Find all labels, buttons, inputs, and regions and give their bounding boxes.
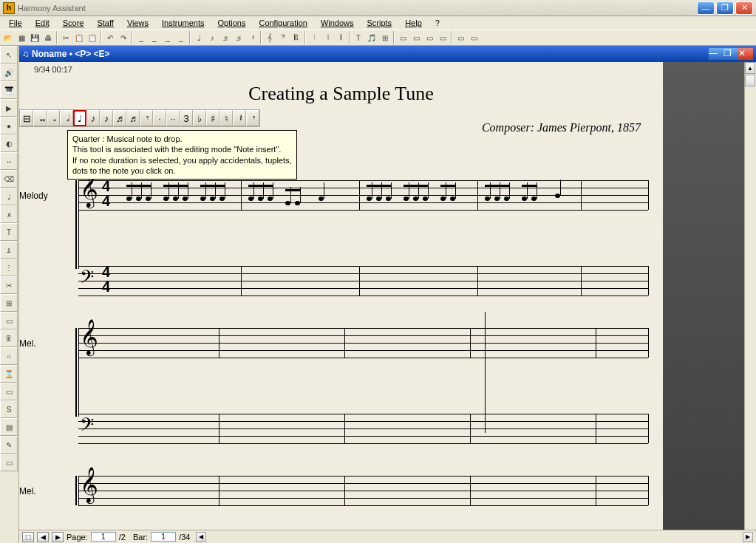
note-value-button-15[interactable]: ♮	[219, 110, 233, 126]
menu-edit[interactable]: Edit	[30, 17, 55, 29]
status-next-page[interactable]: ▶	[52, 532, 64, 542]
toolbar-button-14[interactable]: ⎯	[161, 31, 174, 44]
note-value-button-3[interactable]: 𝅗𝅥	[60, 110, 73, 126]
toolbar-button-32[interactable]: 🎵	[365, 31, 378, 44]
toolbar-button-3[interactable]: 🖶	[41, 31, 55, 44]
toolbar-button-13[interactable]: ⎯	[148, 31, 161, 44]
toolbar-button-27[interactable]: 𝄀	[307, 31, 321, 44]
left-tool-12[interactable]: ⋮	[0, 259, 18, 276]
left-tool-6[interactable]: ↔	[0, 152, 18, 170]
toolbar-button-2[interactable]: 💾	[28, 31, 41, 44]
left-tool-16[interactable]: 🎚	[0, 329, 18, 347]
toolbar-button-18[interactable]: ♪	[205, 31, 219, 44]
note-value-button-4[interactable]: ♩	[73, 110, 86, 126]
toolbar-button-12[interactable]: ⎯	[134, 31, 148, 44]
score-canvas[interactable]: 9/34 00:17 Creating a Sample Tune Compos…	[19, 62, 663, 543]
left-tool-7[interactable]: ⌫	[0, 170, 18, 188]
window-maximize-button[interactable]: ❐	[716, 1, 734, 15]
left-tool-2[interactable]: 🎹	[0, 81, 18, 99]
scroll-right-button[interactable]: ▶	[743, 532, 753, 542]
doc-maximize-button[interactable]: ❐	[723, 48, 738, 60]
note-value-button-2[interactable]: 𝅗	[47, 110, 60, 126]
note-value-button-14[interactable]: ♯	[206, 110, 219, 126]
left-tool-19[interactable]: ▭	[0, 383, 18, 400]
left-tool-10[interactable]: T	[0, 223, 18, 241]
left-tool-18[interactable]: ⌛	[0, 365, 18, 383]
note-value-button-12[interactable]: 3	[180, 110, 193, 126]
left-tool-1[interactable]: 🔊	[0, 64, 18, 81]
toolbar-button-40[interactable]: ▭	[454, 31, 467, 44]
scroll-left-button[interactable]: ◀	[196, 532, 206, 542]
note-value-button-0[interactable]: ⊟	[20, 110, 33, 126]
toolbar-button-15[interactable]: ⎯	[174, 31, 188, 44]
toolbar-button-21[interactable]: 𝄽	[245, 31, 259, 44]
doc-minimize-button[interactable]: —	[709, 48, 723, 60]
left-tool-14[interactable]: ⊞	[0, 294, 18, 312]
note-value-button-5[interactable]: ♪	[86, 110, 100, 126]
toolbar-button-35[interactable]: ▭	[396, 31, 409, 44]
page-input[interactable]	[91, 532, 116, 542]
toolbar-button-36[interactable]: ▭	[409, 31, 423, 44]
toolbar-button-6[interactable]: 📋	[72, 31, 86, 44]
toolbar-button-41[interactable]: ▭	[467, 31, 480, 44]
left-tool-13[interactable]: ✂	[0, 276, 18, 294]
note-value-button-6[interactable]: ♪	[100, 110, 113, 126]
toolbar-button-28[interactable]: 𝄁	[321, 31, 334, 44]
left-tool-23[interactable]: ▭	[0, 454, 18, 471]
left-tool-5[interactable]: ◐	[0, 134, 18, 152]
note-value-button-8[interactable]: ♬	[126, 110, 140, 126]
toolbar-button-9[interactable]: ↶	[103, 31, 117, 44]
note-value-button-9[interactable]: 𝄾	[140, 110, 153, 126]
left-tool-21[interactable]: ▤	[0, 418, 18, 436]
left-tool-11[interactable]: ⫫	[0, 241, 18, 259]
note-value-button-16[interactable]: 𝄽	[233, 110, 246, 126]
toolbar-button-10[interactable]: ↷	[117, 31, 130, 44]
scroll-thumb[interactable]	[745, 75, 755, 86]
left-tool-3[interactable]: ▶	[0, 99, 18, 117]
menu-score[interactable]: Score	[57, 17, 90, 29]
note-value-button-17[interactable]: 𝄾	[246, 110, 259, 126]
toolbar-button-5[interactable]: ✂	[59, 31, 72, 44]
left-tool-17[interactable]: ○	[0, 347, 18, 365]
menu-staff[interactable]: Staff	[91, 17, 119, 29]
status-tool-1[interactable]: ⬚	[22, 532, 34, 542]
toolbar-button-24[interactable]: 𝄢	[276, 31, 290, 44]
note-value-button-13[interactable]: ♭	[193, 110, 206, 126]
left-tool-0[interactable]: ↖	[0, 46, 18, 64]
menu-configuration[interactable]: Configuration	[253, 17, 313, 29]
left-tool-15[interactable]: ▭	[0, 312, 18, 329]
toolbar-button-17[interactable]: ♩	[192, 31, 205, 44]
menu-views[interactable]: Views	[121, 17, 154, 29]
note-value-button-10[interactable]: ·	[153, 110, 166, 126]
menu-options[interactable]: Options	[212, 17, 252, 29]
toolbar-button-29[interactable]: 𝄂	[334, 31, 347, 44]
toolbar-button-31[interactable]: T	[352, 31, 365, 44]
horizontal-scrollbar[interactable]: ◀ ▶	[196, 532, 753, 542]
status-prev-page[interactable]: ◀	[37, 532, 49, 542]
left-tool-4[interactable]: ●	[0, 117, 18, 134]
window-close-button[interactable]: ✕	[735, 1, 753, 15]
scroll-up-button[interactable]: ▲	[745, 62, 755, 74]
note-value-button-11[interactable]: ··	[166, 110, 180, 126]
toolbar-button-20[interactable]: ♬	[232, 31, 245, 44]
bar-input[interactable]	[151, 532, 176, 542]
left-tool-20[interactable]: S	[0, 400, 18, 418]
menu-file[interactable]: File	[3, 17, 28, 29]
toolbar-button-33[interactable]: ⊞	[378, 31, 392, 44]
toolbar-button-7[interactable]: 📋	[86, 31, 99, 44]
menu-scripts[interactable]: Scripts	[361, 17, 398, 29]
toolbar-button-38[interactable]: ▭	[436, 31, 449, 44]
note-value-button-1[interactable]: 𝅜	[33, 110, 47, 126]
menu-about[interactable]: ?	[429, 17, 446, 29]
window-minimize-button[interactable]: —	[697, 1, 715, 15]
vertical-scrollbar[interactable]: ▲ ▼	[744, 62, 756, 543]
menu-windows[interactable]: Windows	[315, 17, 360, 29]
toolbar-button-0[interactable]: 📂	[1, 31, 15, 44]
left-tool-22[interactable]: ✎	[0, 436, 18, 454]
doc-close-button[interactable]: ✕	[738, 48, 753, 60]
left-tool-8[interactable]: ♩	[0, 188, 18, 205]
toolbar-button-23[interactable]: 𝄞	[263, 31, 276, 44]
toolbar-button-25[interactable]: 𝄡	[290, 31, 303, 44]
menu-help[interactable]: Help	[399, 17, 428, 29]
note-value-button-7[interactable]: ♬	[113, 110, 126, 126]
